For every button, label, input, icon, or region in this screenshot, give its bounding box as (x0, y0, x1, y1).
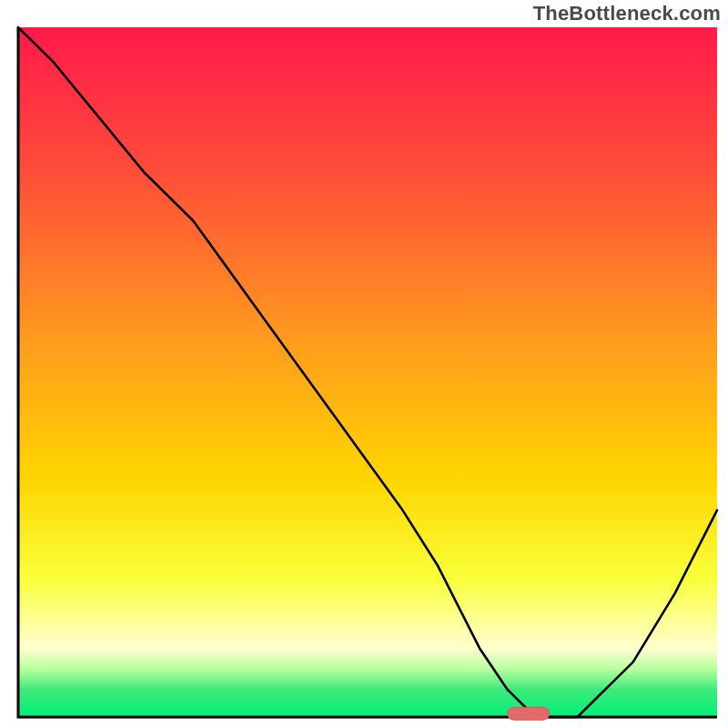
plot-background (18, 27, 717, 717)
optimum-marker (508, 707, 550, 720)
line-chart (0, 0, 728, 728)
chart-container: TheBottleneck.com (0, 0, 728, 728)
